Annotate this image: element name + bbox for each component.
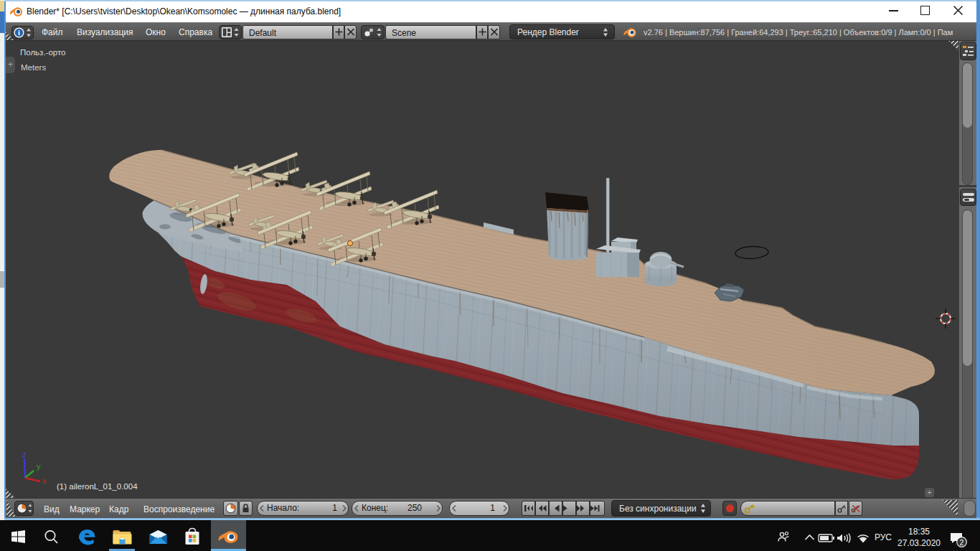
svg-text:2: 2: [960, 538, 964, 547]
svg-text:z: z: [22, 451, 27, 458]
svg-text:x: x: [42, 476, 47, 485]
svg-text:y: y: [37, 462, 41, 471]
svg-text:i: i: [18, 29, 20, 37]
